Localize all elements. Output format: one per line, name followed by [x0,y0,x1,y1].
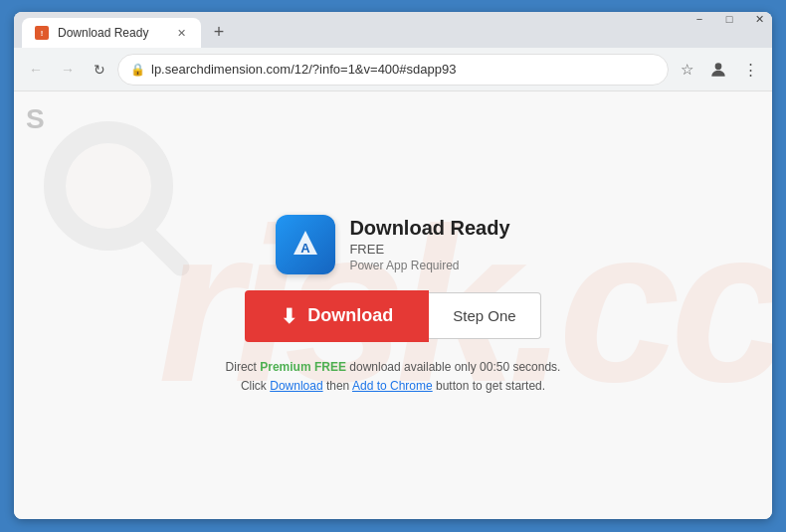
bookmark-button[interactable]: ☆ [673,56,700,84]
info-line-1: Direct Premium FREE download available o… [226,358,561,377]
watermark-search-icon [44,121,173,251]
account-button[interactable] [704,56,732,84]
info-text: Direct Premium FREE download available o… [226,358,561,396]
refresh-button[interactable]: ↻ [86,56,113,84]
close-button[interactable]: ✕ [752,12,766,26]
url-bar[interactable]: 🔒 lp.searchdimension.com/12/?info=1&v=40… [117,54,669,86]
minimize-button[interactable]: − [692,12,706,26]
download-arrow-icon: ⬇ [281,304,297,328]
favicon-icon: ! [35,26,49,40]
app-requirement: Power App Required [349,259,509,272]
app-icon: A [276,215,335,274]
tab-title: Download Ready [58,26,165,40]
info-line-2: Click Download then Add to Chrome button… [226,377,561,396]
app-info: A Download Ready FREE Power App Required [276,215,509,274]
app-details: Download Ready FREE Power App Required [349,217,509,272]
buttons-row: ⬇ Download Step One [245,290,540,342]
step-one-label: Step One [453,307,515,324]
address-actions: ☆ ⋮ [673,56,764,84]
premium-label: Premium [260,360,310,374]
download-button-label: Download [307,305,393,326]
download-button[interactable]: ⬇ Download [245,290,429,342]
step-one-button[interactable]: Step One [429,292,540,339]
forward-button[interactable]: → [54,56,82,84]
svg-text:!: ! [41,29,44,38]
lock-icon: 🔒 [130,63,145,77]
tab-bar: ! Download Ready ✕ + [14,12,772,48]
url-text: lp.searchdimension.com/12/?info=1&v=400#… [151,62,656,77]
maximize-button[interactable]: □ [722,12,736,26]
add-to-chrome-link[interactable]: Add to Chrome [352,379,433,393]
address-bar: ← → ↻ 🔒 lp.searchdimension.com/12/?info=… [14,48,772,91]
menu-button[interactable]: ⋮ [736,56,764,84]
tab-close-button[interactable]: ✕ [173,25,189,41]
page-content: S risk.cc A Download Ready FREE Power Ap… [14,91,772,519]
free-label: FREE [314,360,346,374]
tab-favicon: ! [34,25,50,41]
app-name: Download Ready [349,217,509,240]
svg-point-2 [715,63,722,70]
browser-window: − □ ✕ ! Download Ready ✕ + ← → ↻ 🔒 l [14,12,772,519]
app-price: FREE [349,242,509,257]
watermark-s-logo: S [26,103,45,135]
download-link[interactable]: Download [270,379,322,393]
new-tab-button[interactable]: + [205,18,233,46]
active-tab[interactable]: ! Download Ready ✕ [22,18,201,48]
svg-text:A: A [301,241,311,256]
download-card: A Download Ready FREE Power App Required… [226,215,561,396]
window-controls: − □ ✕ [692,12,766,26]
back-button[interactable]: ← [22,56,50,84]
